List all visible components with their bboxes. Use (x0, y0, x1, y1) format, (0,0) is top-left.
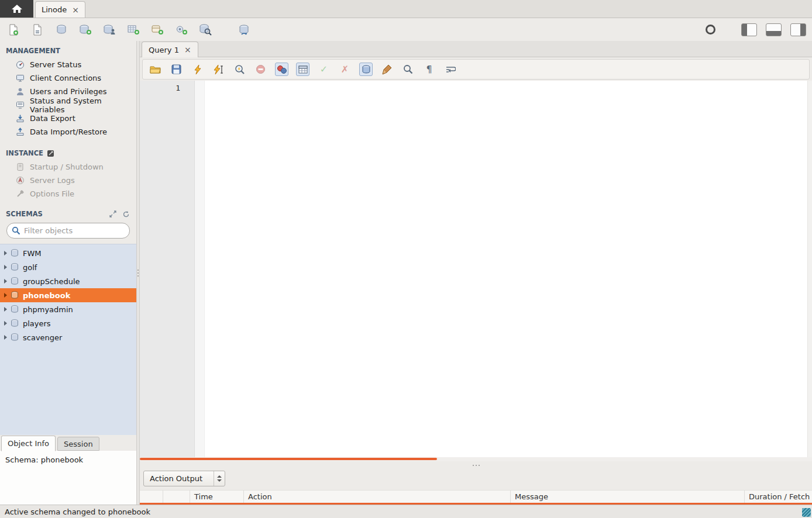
expand-schemas-icon[interactable] (108, 210, 118, 218)
new-query-tab-icon[interactable] (6, 23, 21, 37)
close-icon[interactable]: × (184, 46, 191, 54)
sidebar-item-server-status[interactable]: Server Status (0, 58, 136, 71)
sidebar-item-data-export[interactable]: Data Export (0, 112, 136, 125)
expand-arrow-icon[interactable] (4, 335, 7, 340)
expand-arrow-icon[interactable] (4, 251, 7, 255)
schema-filter-input[interactable] (24, 226, 125, 235)
execute-current-statement-icon[interactable] (212, 63, 225, 76)
schema-item-golf[interactable]: golf (0, 260, 136, 274)
schema-item-fwm[interactable]: FWM (0, 246, 136, 260)
editor-vertical-scrollbar[interactable] (807, 81, 812, 457)
resize-grip-icon[interactable] (802, 508, 811, 517)
expand-arrow-icon[interactable] (4, 293, 7, 298)
output-splitter[interactable] (140, 461, 812, 469)
column-action[interactable]: Action (244, 491, 511, 503)
explain-plan-icon[interactable] (233, 63, 246, 76)
sidebar-item-server-logs[interactable]: Server Logs (0, 174, 136, 187)
beautify-query-icon[interactable] (380, 63, 394, 76)
output-type-select[interactable]: Action Output (143, 471, 225, 486)
toggle-secondary-sidebar-icon[interactable] (790, 23, 806, 36)
status-bar: Active schema changed to phonebook (0, 505, 812, 518)
users-icon (15, 87, 25, 96)
column-message[interactable]: Message (511, 491, 745, 503)
client-connections-icon (15, 74, 25, 83)
editor-horizontal-scrollbar-track[interactable] (140, 457, 812, 461)
stop-query-icon[interactable] (254, 63, 267, 76)
line-number: 1 (176, 84, 180, 92)
commit-icon[interactable]: ✓ (317, 63, 331, 76)
expand-arrow-icon[interactable] (4, 279, 7, 284)
sql-editor[interactable]: 1 (140, 81, 812, 457)
tab-object-info[interactable]: Object Info (1, 436, 56, 451)
save-icon[interactable] (170, 63, 183, 76)
results-grid-toggle-icon[interactable] (296, 63, 309, 76)
add-user-icon[interactable] (102, 23, 117, 37)
splitter-grip-icon (473, 465, 480, 466)
open-sql-script-icon[interactable] (30, 23, 45, 37)
inspect-database-icon[interactable] (54, 23, 69, 37)
mysql-workbench-window: Linode × (0, 0, 812, 518)
select-stepper-icon[interactable] (214, 471, 225, 486)
tab-query-1[interactable]: Query 1 × (142, 42, 198, 57)
column-label: Message (515, 492, 548, 501)
schema-item-scavenger[interactable]: scavenger (0, 330, 136, 344)
sidebar-item-options-file[interactable]: Options File (0, 187, 136, 201)
sidebar-item-data-import-restore[interactable]: Data Import/Restore (0, 125, 136, 139)
toggle-sidebar-icon[interactable] (741, 23, 757, 36)
refresh-schemas-icon[interactable] (121, 210, 130, 218)
autocommit-toggle-icon[interactable] (359, 63, 373, 76)
sidebar-item-startup-shutdown[interactable]: Startup / Shutdown (0, 160, 136, 174)
tab-label: Object Info (8, 439, 49, 448)
toggle-output-area-icon[interactable] (766, 23, 782, 36)
main-toolbar-right (703, 23, 806, 37)
sidebar-item-client-connections[interactable]: Client Connections (0, 71, 136, 85)
expand-arrow-icon[interactable] (4, 321, 7, 326)
invisible-characters-toggle-icon[interactable]: ¶ (422, 63, 436, 76)
expand-arrow-icon[interactable] (4, 265, 7, 270)
connection-tab[interactable]: Linode × (35, 1, 85, 18)
create-table-icon[interactable] (126, 23, 141, 37)
connection-status-icon[interactable] (703, 23, 718, 37)
search-table-data-icon[interactable] (198, 23, 213, 37)
reconnect-database-icon[interactable] (236, 23, 252, 37)
editor-toolbar: ✓ ✗ ¶ (142, 59, 810, 80)
sidebar-item-status-system-variables[interactable]: Status and System Variables (0, 98, 136, 112)
create-schema-icon[interactable] (78, 23, 93, 37)
sidebar-info-tabs: Object Info Session (0, 435, 136, 451)
schema-item-phpmyadmin[interactable]: phpmyadmin (0, 302, 136, 316)
column-index[interactable] (140, 491, 163, 503)
find-icon[interactable] (401, 63, 415, 76)
object-info-panel: Schema: phonebook (0, 450, 136, 505)
create-view-icon[interactable] (150, 23, 165, 37)
sidebar-item-label: Data Export (30, 114, 75, 123)
column-duration-fetch[interactable]: Duration / Fetch (745, 491, 812, 503)
editor-horizontal-scrollbar-thumb[interactable] (140, 458, 437, 460)
schema-item-groupschedule[interactable]: groupSchedule (0, 274, 136, 288)
code-area[interactable] (205, 81, 807, 457)
rollback-icon[interactable]: ✗ (338, 63, 352, 76)
execute-query-icon[interactable] (191, 63, 204, 76)
options-file-icon (15, 189, 25, 199)
home-tab[interactable] (0, 0, 33, 18)
output-panel: Action Output Time Action Message Durati… (140, 469, 812, 505)
close-icon[interactable]: × (72, 6, 79, 14)
column-status-icon[interactable] (163, 491, 190, 503)
tab-session[interactable]: Session (57, 437, 99, 451)
stop-on-error-toggle-icon[interactable] (275, 63, 288, 76)
column-time[interactable]: Time (190, 491, 244, 503)
schemas-section-header: SCHEMAS (0, 201, 136, 220)
output-table-header: Time Action Message Duration / Fetch (140, 490, 812, 505)
expand-arrow-icon[interactable] (4, 307, 7, 312)
wrap-text-toggle-icon[interactable] (443, 63, 457, 76)
schema-item-players[interactable]: players (0, 316, 136, 330)
create-procedure-icon[interactable] (174, 23, 189, 37)
main-toolbar-left (6, 23, 252, 37)
sidebar-splitter[interactable] (136, 41, 140, 505)
system-variables-icon (15, 101, 25, 110)
connection-tab-label: Linode (42, 5, 67, 14)
schema-icon (11, 263, 19, 271)
open-file-icon[interactable] (149, 63, 162, 76)
column-label: Time (194, 492, 213, 501)
schema-item-phonebook[interactable]: phonebook (0, 288, 136, 302)
schema-label: scavenger (23, 333, 62, 342)
